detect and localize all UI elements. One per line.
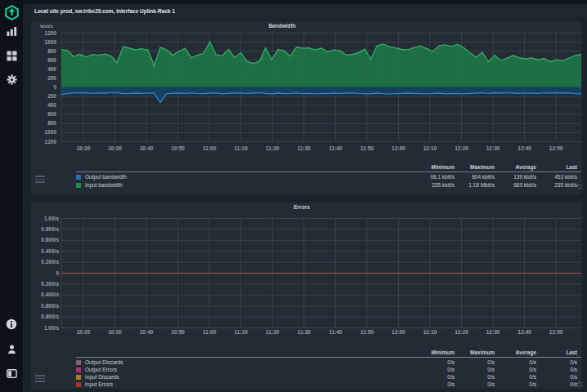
legend-swatch [76, 183, 81, 188]
bar-chart-icon[interactable] [0, 23, 23, 39]
legend-divider [76, 172, 581, 172]
drag-handle-icon[interactable] [35, 375, 45, 384]
errors-graph-panel: Errors 10:2010:3010:4010:5011:0011:1011:… [31, 203, 582, 389]
user-icon[interactable] [0, 341, 23, 357]
legend-swatch [76, 175, 81, 180]
legend-label: Input Discards [85, 374, 119, 380]
bandwidth-legend: MinimumMaximumAverageLastOutput bandwidt… [31, 21, 582, 194]
legend-swatch [76, 375, 81, 380]
legend-value: 453 kbit/s [528, 174, 577, 180]
sidebar [0, 0, 23, 392]
legend-value: 0/s [528, 367, 577, 372]
gear-icon[interactable] [0, 71, 23, 87]
sidebar-toggle-icon[interactable] [0, 365, 23, 381]
legend-swatch [76, 382, 81, 387]
legend-value: 0/s [528, 374, 577, 380]
errors-legend: MinimumMaximumAverageLastOutput Discards… [31, 203, 582, 389]
resize-handle-icon[interactable] [577, 184, 583, 189]
bandwidth-graph-panel: Bandwidth 10:2010:3010:4010:5011:0011:10… [31, 21, 582, 194]
legend-divider [76, 357, 581, 358]
resize-handle-icon[interactable] [577, 381, 583, 387]
checkmk-logo-icon [4, 5, 20, 20]
legend-value: 235 kbit/s [528, 182, 577, 188]
legend-swatch [76, 368, 81, 372]
drag-handle-icon[interactable] [35, 176, 45, 185]
grid-icon[interactable] [0, 47, 23, 64]
legend-label: Input Errors [85, 381, 113, 387]
legend-label: Output Discards [85, 359, 123, 365]
page-title: Local site prod, sw.tribe29.com, Interfa… [31, 4, 587, 19]
legend-label: Output Errors [85, 367, 117, 372]
legend-swatch [76, 360, 81, 365]
info-icon[interactable] [0, 316, 23, 332]
legend-value: 0/s [528, 359, 577, 365]
legend-label: Output bandwidth [85, 174, 127, 180]
legend-value: 0/s [528, 381, 577, 387]
checkmk-logo[interactable] [0, 4, 23, 20]
legend-col-last: Last [528, 164, 577, 170]
legend-col-last: Last [528, 350, 577, 355]
legend-label: Input bandwidth [85, 182, 123, 188]
